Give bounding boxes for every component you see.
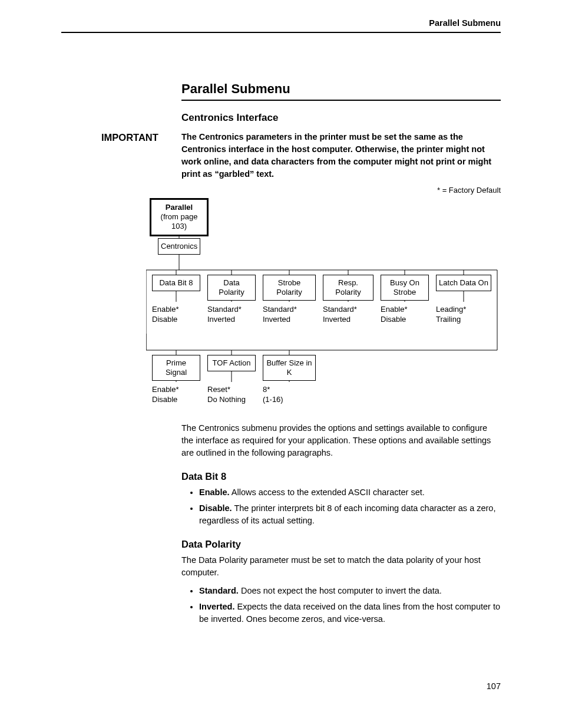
- node-tof-action: TOF Action: [207, 355, 256, 371]
- list-item: Inverted. Expects the data received on t…: [199, 601, 501, 625]
- heading-data-polarity: Data Polarity: [181, 538, 501, 551]
- node-buffer-size: Buffer Size in K: [263, 355, 316, 381]
- running-head: Parallel Submenu: [61, 18, 501, 33]
- opts-buffer-size: 8*(1-16): [263, 384, 316, 405]
- menu-tree-diagram: Parallel (from page 103) Centronics Data…: [146, 198, 500, 410]
- important-text: The Centronics parameters in the printer…: [181, 131, 501, 180]
- important-label: IMPORTANT: [101, 131, 181, 144]
- node-centronics: Centronics: [158, 238, 200, 255]
- data-polarity-intro: The Data Polarity parameter must be set …: [181, 554, 501, 579]
- node-data-polarity: Data Polarity: [207, 275, 256, 301]
- section-title: Parallel Submenu: [181, 80, 501, 101]
- list-item: Disable. The printer interprets bit 8 of…: [199, 502, 501, 527]
- root-title: Parallel: [166, 203, 193, 212]
- opts-prime-signal: Enable*Disable: [152, 384, 205, 405]
- list-item: Standard. Does not expect the host compu…: [199, 585, 501, 597]
- factory-default-note: * = Factory Default: [181, 185, 501, 196]
- node-busy-on-strobe: Busy On Strobe: [381, 275, 429, 301]
- opts-latch-data-on: Leading*Trailing: [436, 304, 489, 325]
- list-item: Enable. Allows access to the extended AS…: [199, 486, 501, 499]
- opts-resp-polarity: Standard*Inverted: [323, 304, 376, 325]
- list-data-bit-8: Enable. Allows access to the extended AS…: [181, 486, 501, 527]
- node-strobe-polarity: Strobe Polarity: [263, 275, 316, 301]
- root-sub: (from page 103): [161, 212, 198, 230]
- node-data-bit-8: Data Bit 8: [152, 275, 200, 291]
- node-resp-polarity: Resp. Polarity: [323, 275, 373, 301]
- opts-strobe-polarity: Standard*Inverted: [263, 304, 316, 325]
- subsection-title-centronics: Centronics Interface: [181, 111, 501, 125]
- opts-data-bit-8: Enable*Disable: [152, 304, 205, 325]
- node-prime-signal: Prime Signal: [152, 355, 200, 381]
- opts-data-polarity: Standard*Inverted: [207, 304, 260, 325]
- opts-busy-on-strobe: Enable*Disable: [381, 304, 434, 325]
- heading-data-bit-8: Data Bit 8: [181, 470, 501, 483]
- opts-tof-action: Reset*Do Nothing: [207, 384, 260, 405]
- list-data-polarity: Standard. Does not expect the host compu…: [181, 585, 501, 625]
- node-parallel-root: Parallel (from page 103): [150, 198, 209, 236]
- page-number: 107: [487, 681, 501, 693]
- node-latch-data-on: Latch Data On: [436, 275, 491, 291]
- intro-paragraph: The Centronics submenu provides the opti…: [181, 422, 501, 459]
